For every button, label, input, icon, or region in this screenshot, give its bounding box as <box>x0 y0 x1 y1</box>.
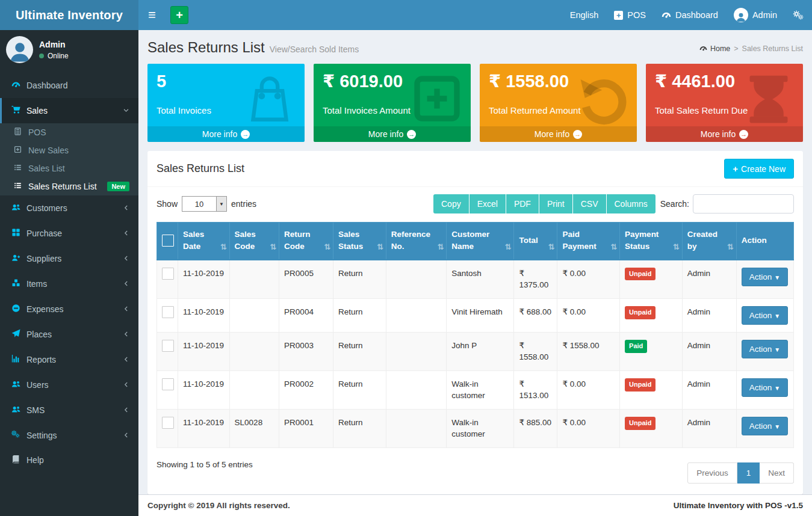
sidebar-item-suppliers[interactable]: Suppliers <box>0 246 138 271</box>
sidebar-item-sms[interactable]: SMS <box>0 398 138 423</box>
dashboard-icon <box>662 10 671 20</box>
sidebar-item-users[interactable]: Users <box>0 372 138 398</box>
action-button[interactable]: Action▼ <box>742 268 788 286</box>
dashboard-label: Dashboard <box>675 10 718 20</box>
sort-icon: ⇅ <box>437 241 444 253</box>
more-info-link[interactable]: More info → <box>646 126 803 142</box>
sidebar-item-settings[interactable]: Settings <box>0 423 138 447</box>
cell-return-code: PR0004 <box>279 298 333 332</box>
user-name-label: Admin <box>752 10 777 20</box>
sidebar-item-items[interactable]: Items <box>0 271 138 296</box>
chevron-left-icon <box>123 405 129 415</box>
panel-title: Sales Returns List <box>157 162 244 175</box>
infobox-body: ₹ 4461.00 Total Sales Return Due <box>646 64 803 126</box>
row-checkbox[interactable] <box>162 306 174 318</box>
excel-button[interactable]: Excel <box>470 194 506 213</box>
select-all-checkbox[interactable] <box>162 235 174 247</box>
col-sales-code[interactable]: Sales Code⇅ <box>229 223 279 260</box>
more-info-link[interactable]: More info → <box>314 126 471 142</box>
user-status[interactable]: Online <box>39 52 69 60</box>
nav-pos-link[interactable]: + POS <box>606 0 654 30</box>
sidebar-item-customers[interactable]: Customers <box>0 195 138 221</box>
print-button[interactable]: Print <box>539 194 573 213</box>
sidebar-item-expenses[interactable]: Expenses <box>0 296 138 322</box>
action-button[interactable]: Action▼ <box>742 306 788 325</box>
previous-page-button[interactable]: Previous <box>687 462 737 484</box>
page-length-value: 10 <box>182 200 216 209</box>
table-footer: Showing 1 to 5 of 5 entries Previous 1 N… <box>147 448 803 488</box>
nav-dashboard-link[interactable]: Dashboard <box>654 0 726 30</box>
cell-created-by: Admin <box>682 370 736 409</box>
select-all-header <box>157 223 178 260</box>
sidebar-item-label: Customers <box>26 203 67 213</box>
page-1-button[interactable]: 1 <box>737 462 760 484</box>
table-row: 11-10-2019 SL0028 PR0001 Return Walk-in … <box>157 409 794 447</box>
action-button[interactable]: Action▼ <box>742 378 788 397</box>
sidebar-item-sales-list[interactable]: Sales List <box>0 159 138 177</box>
col-sales-status[interactable]: Sales Status⇅ <box>333 223 386 260</box>
col-sales-date[interactable]: Sales Date⇅ <box>178 223 229 260</box>
version-text: Ultimate Inventory with POS -v1.5 <box>674 501 803 510</box>
row-checkbox[interactable] <box>162 268 174 280</box>
row-checkbox[interactable] <box>162 417 174 429</box>
cell-total: ₹ 688.00 <box>514 298 557 332</box>
col-payment-status[interactable]: Payment Status⇅ <box>620 223 683 260</box>
sidebar-item-purchase[interactable]: Purchase <box>0 221 138 246</box>
settings-menu[interactable] <box>785 0 812 30</box>
create-new-label: Create New <box>741 164 786 174</box>
copyright-text: Copyright © 2019 All rights reserved. <box>147 501 290 510</box>
infobox-body: ₹ 1558.00 Total Returned Amount <box>480 64 637 126</box>
submenu-item-label: Sales List <box>28 164 65 173</box>
sidebar-item-places[interactable]: Places <box>0 322 138 347</box>
col-return-code[interactable]: Return Code⇅ <box>279 223 333 260</box>
action-button[interactable]: Action▼ <box>742 417 788 435</box>
copy-button[interactable]: Copy <box>433 194 470 213</box>
cell-created-by: Admin <box>682 298 736 332</box>
status-badge: Paid <box>625 340 647 353</box>
col-reference-no[interactable]: Reference No.⇅ <box>386 223 447 260</box>
brand-logo[interactable]: Ultimate Inventory <box>0 0 138 30</box>
pos-label: POS <box>627 10 646 20</box>
breadcrumb-home-link[interactable]: Home <box>699 45 730 53</box>
col-created-by[interactable]: Created by⇅ <box>682 223 736 260</box>
sidebar-toggle-icon[interactable]: ≡ <box>138 0 166 30</box>
infobox-total-invoices-amount: ₹ 6019.00 Total Invoices Amount More inf… <box>314 64 471 142</box>
infobox-body: ₹ 6019.00 Total Invoices Amount <box>314 64 471 126</box>
create-new-button[interactable]: + Create New <box>724 159 794 179</box>
navbar-right: English + POS Dashboard Admin <box>562 0 812 30</box>
sidebar-item-label: Users <box>26 380 49 390</box>
row-checkbox[interactable] <box>162 340 174 352</box>
search-input[interactable] <box>693 194 794 213</box>
sidebar-item-reports[interactable]: Reports <box>0 347 138 372</box>
language-menu[interactable]: English <box>562 0 607 30</box>
pdf-button[interactable]: PDF <box>506 194 539 213</box>
sales-submenu: POS New Sales Sales List Sales Returns L… <box>0 123 138 195</box>
sidebar-item-pos[interactable]: POS <box>0 123 138 141</box>
cell-paid-payment: ₹ 0.00 <box>557 370 620 409</box>
col-total[interactable]: Total⇅ <box>514 223 557 260</box>
col-customer-name[interactable]: Customer Name⇅ <box>447 223 514 260</box>
sidebar-item-dashboard[interactable]: Dashboard <box>0 73 138 98</box>
page-length-select[interactable]: 10 ▼ <box>182 196 227 212</box>
sidebar-item-sales-returns-list[interactable]: Sales Returns List New <box>0 177 138 195</box>
avatar <box>6 36 33 63</box>
col-paid-payment[interactable]: Paid Payment⇅ <box>557 223 620 260</box>
sort-icon: ⇅ <box>610 241 617 253</box>
cell-return-code: PR0005 <box>279 260 333 299</box>
user-menu[interactable]: Admin <box>726 0 785 30</box>
columns-button[interactable]: Columns <box>607 194 655 213</box>
quick-add-button[interactable]: + <box>170 6 188 24</box>
entries-label: entries <box>231 199 256 209</box>
action-button[interactable]: Action▼ <box>742 340 788 358</box>
csv-button[interactable]: CSV <box>573 194 607 213</box>
cell-paid-payment: ₹ 0.00 <box>557 298 620 332</box>
sidebar-item-new-sales[interactable]: New Sales <box>0 141 138 159</box>
tachometer-icon <box>11 80 20 91</box>
sidebar-item-sales[interactable]: Sales <box>0 98 138 123</box>
arrow-right-circle-icon: → <box>739 130 748 139</box>
more-info-link[interactable]: More info → <box>480 126 637 142</box>
sidebar-item-help[interactable]: Help <box>0 447 138 473</box>
more-info-link[interactable]: More info → <box>147 126 305 142</box>
next-page-button[interactable]: Next <box>760 462 794 484</box>
row-checkbox[interactable] <box>162 378 174 390</box>
